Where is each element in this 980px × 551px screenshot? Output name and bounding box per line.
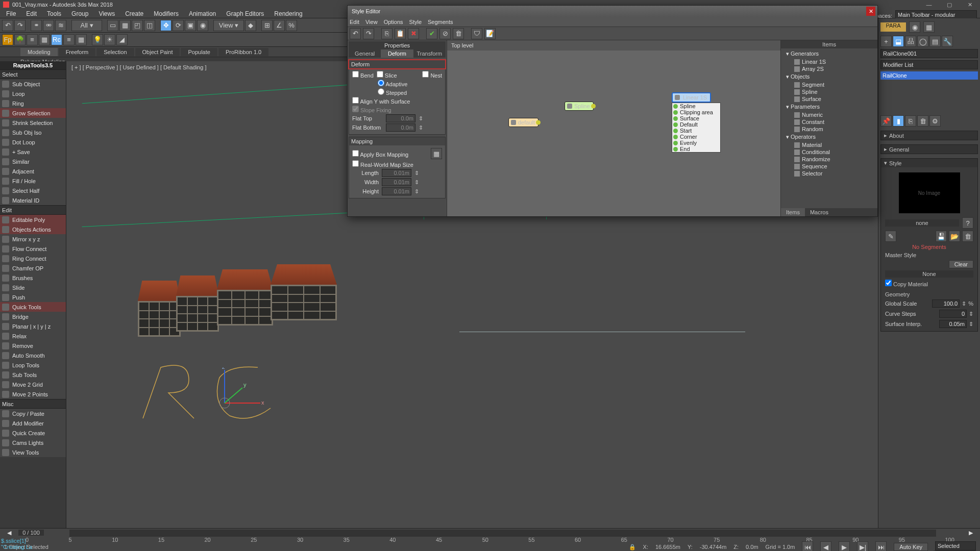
- se-notes-icon[interactable]: 📝: [484, 28, 496, 39]
- lp-fill-hole[interactable]: Fill / Hole: [0, 176, 66, 186]
- node-linear1s[interactable]: Linear 1S: [672, 92, 711, 103]
- se-menu-edit[interactable]: Edit: [350, 19, 359, 25]
- coord-z[interactable]: 0.0m: [746, 544, 758, 550]
- se-property-tabs[interactable]: GeneralDeformTransform: [349, 49, 446, 58]
- node-spline[interactable]: Spline: [565, 102, 594, 111]
- viewport-label[interactable]: [ + ] [ Perspective ] [ User Defined ] […: [71, 64, 206, 70]
- linear-input-evenly[interactable]: Evenly: [672, 140, 720, 146]
- tab-motion-icon[interactable]: ◯: [917, 36, 928, 47]
- se-accept-icon[interactable]: ✔: [426, 28, 437, 39]
- se-menu-options[interactable]: Options: [384, 19, 403, 25]
- close-button[interactable]: ✕: [960, 0, 980, 9]
- sun-icon[interactable]: ☀: [104, 34, 115, 45]
- lp-remove[interactable]: Remove: [0, 341, 66, 350]
- tree-item-constant[interactable]: Constant: [783, 118, 875, 126]
- lp-planar-x-y-z[interactable]: Planar | x | y | z: [0, 321, 66, 331]
- adaptive-radio[interactable]: Adaptive: [378, 80, 407, 87]
- select-window-icon[interactable]: ◫: [144, 20, 155, 31]
- lp-grow-selection[interactable]: Grow Selection: [0, 108, 66, 118]
- tree-item-linear-1s[interactable]: Linear 1S: [783, 58, 875, 65]
- subtab-freeform[interactable]: Freeform: [59, 48, 96, 56]
- clear-button[interactable]: Clear: [949, 260, 973, 268]
- rc-list-icon[interactable]: ≡: [63, 34, 75, 45]
- lp-quick-create[interactable]: Quick Create: [0, 428, 66, 438]
- map-height-field[interactable]: [382, 187, 411, 195]
- key-mode-dropdown[interactable]: Selected: [935, 541, 976, 550]
- menu-tools[interactable]: Tools: [43, 10, 65, 17]
- ref-coord-dropdown[interactable]: View ▾: [213, 20, 244, 31]
- undo-icon[interactable]: ↶: [2, 20, 13, 31]
- lp-editable-poly[interactable]: Editable Poly: [0, 215, 66, 224]
- lp-loop-tools[interactable]: Loop Tools: [0, 360, 66, 370]
- rc-grid-icon[interactable]: ▦: [76, 34, 87, 45]
- style-editor-menu[interactable]: EditViewOptionsStyleSegments: [348, 17, 877, 27]
- unlink-icon[interactable]: ⚮: [43, 20, 54, 31]
- pivot-icon[interactable]: ◆: [245, 20, 256, 31]
- real-world-checkbox[interactable]: Real-World Map Size: [352, 160, 413, 168]
- rollout-about[interactable]: ▸ About: [881, 131, 977, 140]
- select-object-icon[interactable]: ▭: [107, 20, 118, 31]
- placement-icon[interactable]: ◉: [197, 20, 208, 31]
- lp-add-modifier[interactable]: Add Modifier: [0, 418, 66, 428]
- tree-item-array-2s[interactable]: Array 2S: [783, 65, 875, 72]
- tree-item-numeric[interactable]: Numeric: [783, 111, 875, 118]
- tree-item-spline[interactable]: Spline: [783, 88, 875, 95]
- global-scale-field[interactable]: [932, 299, 960, 308]
- angle-snap-icon[interactable]: ∠: [274, 20, 285, 31]
- scale-icon[interactable]: ▣: [185, 20, 196, 31]
- select-name-icon[interactable]: ▦: [119, 20, 131, 31]
- tree-item-sequence[interactable]: Sequence: [783, 163, 875, 170]
- se-undo-icon[interactable]: ↶: [350, 28, 361, 39]
- coord-x[interactable]: 16.6655m: [655, 544, 680, 550]
- play-start-icon[interactable]: ⏮: [802, 541, 813, 551]
- menu-create[interactable]: Create: [121, 10, 148, 17]
- style-browse-icon[interactable]: ?: [962, 217, 973, 229]
- selection-filter[interactable]: All ▾: [71, 20, 102, 31]
- cmd-modify-icon[interactable]: ▦: [923, 21, 935, 33]
- tree-item-segment[interactable]: Segment: [783, 81, 875, 88]
- aligny-checkbox[interactable]: Align Y with Surface: [352, 97, 410, 105]
- flat-top-field[interactable]: [386, 114, 415, 122]
- make-unique-icon[interactable]: ⎘: [905, 115, 916, 127]
- tree-icon[interactable]: 🌳: [14, 34, 26, 45]
- move-gizmo[interactable]: x z y: [204, 367, 265, 418]
- lp-ring[interactable]: Ring: [0, 98, 66, 108]
- menu-file[interactable]: File: [2, 10, 20, 17]
- tab-hierarchy-icon[interactable]: 品: [905, 36, 916, 47]
- lp-view-tools[interactable]: View Tools: [0, 447, 66, 457]
- minimize-button[interactable]: —: [919, 0, 939, 9]
- style-delete-icon[interactable]: 🗑: [962, 231, 973, 242]
- se-tab-transform[interactable]: Transform: [413, 49, 446, 58]
- lp-shrink-selection[interactable]: Shrink Selection: [0, 118, 66, 128]
- menu-edit[interactable]: Edit: [22, 10, 41, 17]
- curve-steps-field[interactable]: [939, 310, 967, 318]
- tab-utilities-icon[interactable]: 🔧: [942, 36, 953, 47]
- link-icon[interactable]: ⚭: [31, 20, 42, 31]
- light-icon[interactable]: 💡: [92, 34, 103, 45]
- lp-relax[interactable]: Relax: [0, 331, 66, 341]
- style-edit-icon[interactable]: ✎: [885, 231, 896, 242]
- node-default[interactable]: default: [508, 118, 538, 127]
- subtab-populate[interactable]: Populate: [181, 48, 217, 56]
- lp-adjacent[interactable]: Adjacent: [0, 166, 66, 176]
- remove-mod-icon[interactable]: 🗑: [917, 115, 928, 127]
- lp-move-2-points[interactable]: Move 2 Points: [0, 389, 66, 399]
- lp-objects-actions[interactable]: Objects Actions: [0, 224, 66, 234]
- style-editor-titlebar[interactable]: Style Editor ✕: [348, 6, 877, 17]
- maximize-button[interactable]: ▢: [939, 0, 960, 9]
- rollout-general[interactable]: ▸ General: [881, 145, 977, 154]
- tree-item-random[interactable]: Random: [783, 126, 875, 133]
- tree-item-material[interactable]: Material: [783, 141, 875, 148]
- nest-checkbox[interactable]: Nest: [422, 71, 442, 79]
- bend-checkbox[interactable]: Bend: [352, 71, 374, 79]
- lp-move-2-grid[interactable]: Move 2 Grid: [0, 380, 66, 389]
- lp-chamfer-op[interactable]: Chamfer OP: [0, 263, 66, 273]
- macros-tab[interactable]: Macros: [805, 208, 834, 216]
- tree-item-surface[interactable]: Surface: [783, 95, 875, 103]
- se-menu-view[interactable]: View: [365, 19, 378, 25]
- lp-select-half[interactable]: Select Half: [0, 186, 66, 195]
- menu-graph-editors[interactable]: Graph Editors: [222, 10, 268, 17]
- tree-cat-objects[interactable]: ▾ Objects: [783, 72, 875, 81]
- coord-y[interactable]: -30.4744m: [700, 544, 727, 550]
- se-tab-general[interactable]: General: [349, 49, 381, 58]
